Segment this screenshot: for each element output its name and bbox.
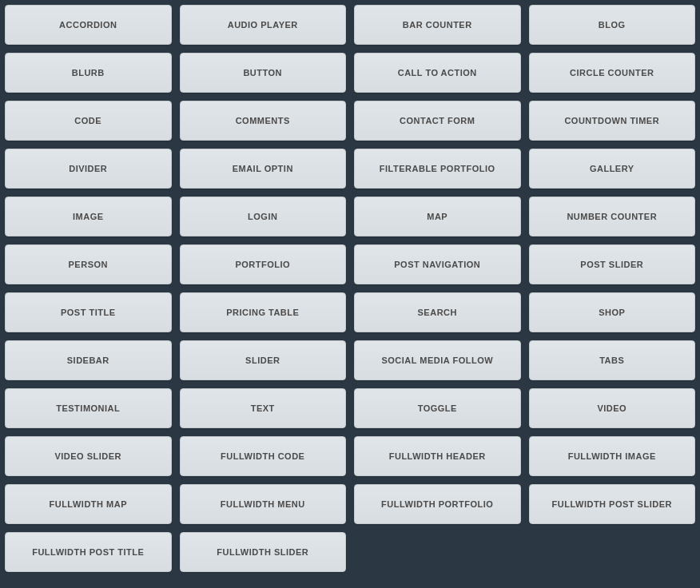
module-button-text[interactable]: TEXT xyxy=(180,388,347,428)
module-button-search[interactable]: SEARCH xyxy=(354,292,521,332)
module-button-pricing-table[interactable]: PRICING TABLE xyxy=(180,292,347,332)
module-button-audio-player[interactable]: AUDIO PLAYER xyxy=(180,5,347,45)
module-button-social-media-follow[interactable]: SOCIAL MEDIA FOLLOW xyxy=(354,340,521,380)
module-button-fullwidth-image[interactable]: FULLWIDTH IMAGE xyxy=(529,436,696,476)
module-button-image[interactable]: IMAGE xyxy=(5,197,172,236)
module-button-login[interactable]: LOGIN xyxy=(180,197,347,236)
module-grid: ACCORDIONAUDIO PLAYERBAR COUNTERBLOGBLUR… xyxy=(5,5,695,572)
module-button-video-slider[interactable]: VIDEO SLIDER xyxy=(5,436,172,476)
module-button-fullwidth-map[interactable]: FULLWIDTH MAP xyxy=(5,484,172,524)
module-button-accordion[interactable]: ACCORDION xyxy=(5,5,172,45)
module-button-shop[interactable]: SHOP xyxy=(529,292,696,332)
module-button-fullwidth-header[interactable]: FULLWIDTH HEADER xyxy=(354,436,521,476)
module-button-code[interactable]: CODE xyxy=(5,101,172,141)
module-button-call-to-action[interactable]: CALL TO ACTION xyxy=(354,53,521,93)
module-button-slider[interactable]: SLIDER xyxy=(180,340,347,380)
module-button-email-optin[interactable]: EMAIL OPTIN xyxy=(180,149,347,189)
module-button-fullwidth-post-title[interactable]: FULLWIDTH POST TITLE xyxy=(5,532,172,572)
module-button-post-title[interactable]: POST TITLE xyxy=(5,292,172,332)
module-button-button[interactable]: BUTTON xyxy=(180,53,347,93)
module-button-countdown-timer[interactable]: COUNTDOWN TIMER xyxy=(529,101,696,141)
module-button-portfolio[interactable]: PORTFOLIO xyxy=(180,244,347,284)
module-button-fullwidth-portfolio[interactable]: FULLWIDTH PORTFOLIO xyxy=(354,484,521,524)
module-button-gallery[interactable]: GALLERY xyxy=(529,149,696,189)
module-button-filterable-portfolio[interactable]: FILTERABLE PORTFOLIO xyxy=(354,149,521,189)
module-button-post-slider[interactable]: POST SLIDER xyxy=(529,244,696,284)
module-button-blurb[interactable]: BLURB xyxy=(5,53,172,93)
module-button-fullwidth-menu[interactable]: FULLWIDTH MENU xyxy=(180,484,347,524)
module-button-testimonial[interactable]: TESTIMONIAL xyxy=(5,388,172,428)
module-button-map[interactable]: MAP xyxy=(354,197,521,236)
module-button-tabs[interactable]: TABS xyxy=(529,340,696,380)
module-button-blog[interactable]: BLOG xyxy=(529,5,696,45)
module-button-fullwidth-code[interactable]: FULLWIDTH CODE xyxy=(180,436,347,476)
module-button-contact-form[interactable]: CONTACT FORM xyxy=(354,101,521,141)
module-button-circle-counter[interactable]: CIRCLE COUNTER xyxy=(529,53,696,93)
module-button-divider[interactable]: DIVIDER xyxy=(5,149,172,189)
module-button-person[interactable]: PERSON xyxy=(5,244,172,284)
module-button-number-counter[interactable]: NUMBER COUNTER xyxy=(529,197,696,236)
module-button-fullwidth-post-slider[interactable]: FULLWIDTH POST SLIDER xyxy=(529,484,696,524)
module-button-comments[interactable]: COMMENTS xyxy=(180,101,347,141)
module-button-bar-counter[interactable]: BAR COUNTER xyxy=(354,5,521,45)
module-button-toggle[interactable]: TOGGLE xyxy=(354,388,521,428)
module-button-post-navigation[interactable]: POST NAVIGATION xyxy=(354,244,521,284)
module-button-fullwidth-slider[interactable]: FULLWIDTH SLIDER xyxy=(180,532,347,572)
module-button-video[interactable]: VIDEO xyxy=(529,388,696,428)
module-button-sidebar[interactable]: SIDEBAR xyxy=(5,340,172,380)
